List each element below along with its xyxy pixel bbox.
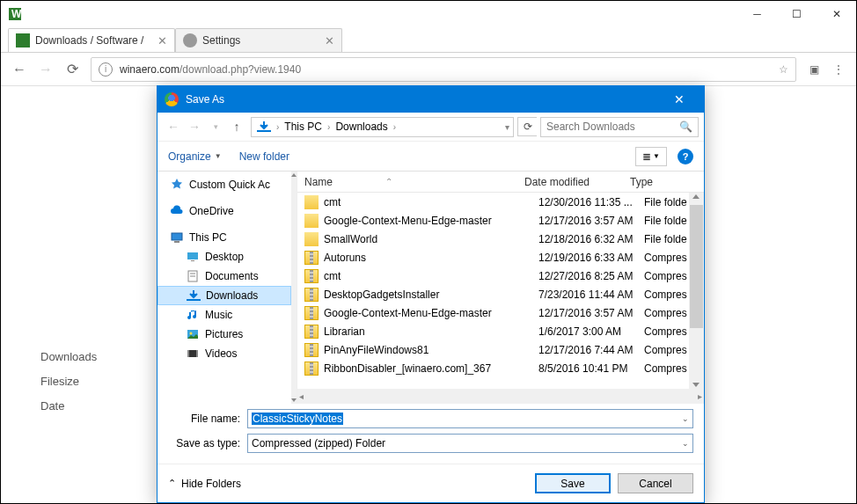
file-name: Autoruns — [324, 252, 538, 264]
nav-item-videos[interactable]: Videos — [157, 344, 291, 363]
nav-item-onedrive[interactable]: OneDrive — [157, 201, 291, 221]
chevron-up-icon: ⌃ — [168, 478, 176, 489]
nav-item-label: Videos — [205, 347, 237, 360]
tab-2-title: Settings — [202, 34, 321, 47]
new-folder-button[interactable]: New folder — [239, 150, 289, 163]
folder-icon — [304, 195, 319, 209]
forward-button[interactable]: → — [33, 56, 59, 83]
file-row[interactable]: cmt12/30/2016 11:35 ...File folde — [297, 193, 689, 211]
dropdown-icon[interactable]: ⌄ — [682, 439, 689, 448]
filesize-label: Filesize — [40, 375, 79, 388]
url-text: winaero.com/download.php?view.1940 — [120, 62, 779, 76]
menu-icon[interactable]: ⋮ — [826, 57, 851, 82]
chevron-icon: › — [392, 122, 398, 132]
chrome-icon — [165, 92, 179, 106]
refresh-button[interactable]: ⟳ — [517, 117, 537, 136]
reload-button[interactable]: ⟳ — [59, 56, 85, 83]
save-button[interactable]: Save — [535, 473, 611, 493]
nav-item-label: Custom Quick Ac — [189, 179, 270, 191]
back-button[interactable]: ← — [6, 56, 33, 83]
search-input[interactable]: 🔍 — [540, 117, 699, 137]
savetype-select[interactable]: Compressed (zipped) Folder ⌄ — [247, 434, 693, 453]
crumb-downloads[interactable]: Downloads — [332, 121, 391, 133]
nav-forward-button[interactable]: → — [184, 116, 205, 137]
organize-button[interactable]: Organize▼ — [168, 150, 222, 163]
favicon-icon — [16, 33, 30, 47]
file-date: 7/23/2016 11:44 AM — [538, 289, 644, 301]
zip-icon — [304, 362, 319, 376]
site-info-icon[interactable]: i — [99, 62, 113, 77]
file-date: 12/17/2016 3:57 AM — [538, 307, 644, 319]
column-date[interactable]: Date modified — [524, 176, 630, 188]
nav-item-this-pc[interactable]: This PC — [157, 228, 291, 247]
column-type[interactable]: Type — [630, 176, 704, 188]
dialog-title: Save As — [186, 93, 662, 106]
search-field[interactable] — [546, 121, 679, 133]
zip-icon — [304, 288, 319, 302]
svg-rect-15 — [196, 350, 198, 357]
file-row[interactable]: Google-Context-Menu-Edge-master12/17/201… — [297, 211, 689, 230]
dialog-close-button[interactable]: ✕ — [662, 92, 697, 106]
cast-icon[interactable]: ▣ — [802, 57, 826, 82]
search-icon[interactable]: 🔍 — [679, 121, 692, 133]
file-date: 12/30/2016 11:35 ... — [538, 196, 644, 208]
nav-item-music[interactable]: Music — [157, 305, 291, 325]
breadcrumb[interactable]: › This PC › Downloads › ▾ — [251, 117, 514, 137]
nav-item-label: This PC — [189, 231, 227, 244]
dropdown-icon[interactable]: ⌄ — [682, 414, 689, 423]
nav-item-custom-quick-ac[interactable]: Custom Quick Ac — [157, 175, 291, 194]
file-row[interactable]: cmt12/27/2016 8:25 AMCompres — [297, 267, 689, 285]
file-row[interactable]: RibbonDisabler_[winaero.com]_3678/5/2016… — [297, 359, 689, 377]
nav-item-label: Desktop — [205, 251, 244, 263]
nav-scrollbar[interactable] — [291, 172, 297, 404]
hide-folders-button[interactable]: ⌃Hide Folders — [168, 478, 241, 490]
file-date: 12/19/2016 6:33 AM — [538, 252, 644, 264]
file-row[interactable]: Google-Context-Menu-Edge-master12/17/201… — [297, 303, 689, 322]
nav-back-button[interactable]: ← — [163, 116, 184, 137]
nav-item-desktop[interactable]: Desktop — [157, 247, 291, 267]
pc-icon — [170, 230, 184, 245]
nav-item-documents[interactable]: Documents — [157, 267, 291, 286]
file-type: File folde — [644, 196, 687, 208]
save-as-dialog: Save As ✕ ← → ▾ ↑ › This PC › Downloads … — [157, 85, 705, 503]
nav-item-pictures[interactable]: Pictures — [157, 325, 291, 344]
tab-close-icon[interactable]: ✕ — [325, 34, 334, 47]
downloads-label: Downloads — [40, 350, 97, 363]
minimize-button[interactable]: ─ — [737, 1, 777, 27]
close-button[interactable]: ✕ — [817, 1, 856, 27]
tab-1[interactable]: Downloads / Software / ✕ — [8, 28, 175, 52]
file-row[interactable]: Autoruns12/19/2016 6:33 AMCompres — [297, 248, 689, 267]
file-name: RibbonDisabler_[winaero.com]_367 — [324, 362, 538, 375]
column-name[interactable]: Name⌃ — [304, 176, 524, 188]
view-options-button[interactable]: ≣ ▼ — [635, 147, 667, 166]
file-type: Compres — [644, 289, 687, 301]
file-row[interactable]: DesktopGadgetsInstaller7/23/2016 11:44 A… — [297, 285, 689, 303]
file-row[interactable]: SmallWorld12/18/2016 6:32 AMFile folde — [297, 230, 689, 248]
file-row[interactable]: Librarian1/6/2017 3:00 AMCompres — [297, 322, 689, 340]
tab-close-icon[interactable]: ✕ — [157, 34, 167, 47]
help-button[interactable]: ? — [678, 149, 693, 164]
address-bar[interactable]: i winaero.com/download.php?view.1940 ☆ — [91, 57, 796, 82]
nav-up-button[interactable]: ↑ — [226, 116, 247, 137]
file-scrollbar[interactable] — [689, 193, 704, 389]
file-type: Compres — [644, 270, 687, 282]
nav-recent-button[interactable]: ▾ — [205, 116, 226, 137]
file-row[interactable]: PinAnyFileWindows8112/17/2016 7:44 AMCom… — [297, 340, 689, 359]
nav-item-downloads[interactable]: Downloads — [157, 286, 291, 305]
savetype-label: Save as type: — [168, 437, 247, 449]
filename-input[interactable]: ClassicStickyNotes ⌄ — [247, 409, 693, 428]
zip-icon — [304, 325, 319, 339]
file-date: 1/6/2017 3:00 AM — [538, 325, 644, 338]
file-date: 12/17/2016 7:44 AM — [538, 344, 644, 356]
svg-rect-3 — [172, 233, 182, 240]
cancel-button[interactable]: Cancel — [618, 473, 693, 493]
dropdown-icon[interactable]: ▾ — [503, 122, 511, 132]
horizontal-scrollbar[interactable]: ◂▸ — [297, 389, 704, 404]
tab-2[interactable]: Settings ✕ — [175, 28, 342, 52]
file-name: Google-Context-Menu-Edge-master — [324, 215, 538, 227]
maximize-button[interactable]: ☐ — [777, 1, 817, 27]
zip-icon — [304, 269, 319, 283]
svg-point-12 — [190, 332, 193, 335]
bookmark-icon[interactable]: ☆ — [779, 63, 788, 76]
crumb-this-pc[interactable]: This PC — [281, 121, 326, 133]
